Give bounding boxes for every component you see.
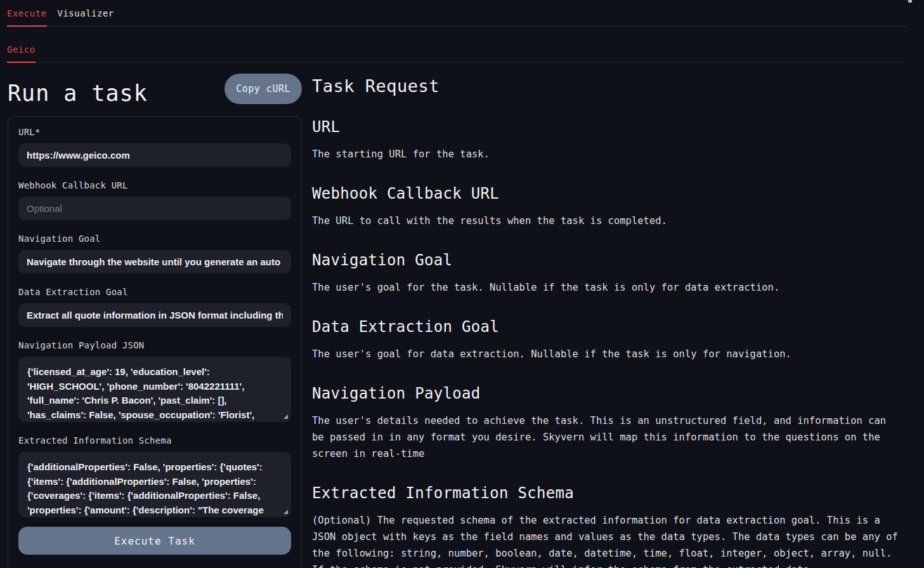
main-content: Run a task Copy cURL URL* Webhook Callba… xyxy=(0,63,924,568)
doc-body: (Optional) The requested schema of the e… xyxy=(312,512,902,568)
doc-body: The user's goal for data extraction. Nul… xyxy=(312,346,902,362)
tab-geico[interactable]: Geico xyxy=(7,45,36,62)
doc-heading: Webhook Callback URL xyxy=(312,185,902,202)
doc-body: The user's details needed to achieve the… xyxy=(312,413,902,462)
navigation-payload-field-group: Navigation Payload JSON {'licensed_at_ag… xyxy=(18,340,291,422)
page-title: Run a task xyxy=(8,74,148,106)
doc-heading: Extracted Information Schema xyxy=(312,484,902,502)
extracted-schema-label: Extracted Information Schema xyxy=(18,435,291,446)
top-tab-bar: Execute Visualizer xyxy=(7,0,907,27)
data-extraction-goal-input[interactable] xyxy=(18,303,291,327)
doc-section-navigation-payload: Navigation Payload The user's details ne… xyxy=(312,385,902,462)
navigation-payload-label: Navigation Payload JSON xyxy=(18,340,291,350)
tab-geico-label: Geico xyxy=(7,44,36,55)
doc-section-data-extraction-goal: Data Extraction Goal The user's goal for… xyxy=(312,318,902,362)
navigation-goal-label: Navigation Goal xyxy=(18,234,291,244)
doc-heading: Data Extraction Goal xyxy=(312,318,902,336)
sub-tab-bar: Geico xyxy=(7,27,907,63)
copy-curl-button[interactable]: Copy cURL xyxy=(224,74,302,104)
doc-heading: Navigation Payload xyxy=(312,385,902,402)
navigation-payload-wrap: {'licensed_at_age': 19, 'education_level… xyxy=(18,357,291,422)
data-extraction-goal-field-group: Data Extraction Goal xyxy=(18,287,291,327)
doc-heading: URL xyxy=(312,118,902,136)
docs-title: Task Request xyxy=(312,76,902,96)
navigation-goal-input[interactable] xyxy=(18,250,291,274)
doc-section-extracted-schema: Extracted Information Schema (Optional) … xyxy=(312,484,902,568)
navigation-payload-textarea[interactable]: {'licensed_at_age': 19, 'education_level… xyxy=(18,357,291,422)
doc-body: The URL to call with the results when th… xyxy=(312,213,902,229)
data-extraction-goal-label: Data Extraction Goal xyxy=(18,287,291,297)
extracted-schema-wrap: {'additionalProperties': False, 'propert… xyxy=(18,452,291,517)
doc-heading: Navigation Goal xyxy=(312,251,902,269)
tab-execute-label: Execute xyxy=(7,8,47,18)
doc-section-navigation-goal: Navigation Goal The user's goal for the … xyxy=(312,251,902,296)
tab-visualizer[interactable]: Visualizer xyxy=(58,9,114,26)
doc-section-url: URL The starting URL for the task. xyxy=(312,118,902,162)
url-field-label: URL* xyxy=(18,127,291,137)
extracted-schema-field-group: Extracted Information Schema {'additiona… xyxy=(18,435,291,517)
navigation-goal-field-group: Navigation Goal xyxy=(18,234,291,274)
resize-grip-icon[interactable] xyxy=(283,414,288,419)
run-task-header: Run a task Copy cURL xyxy=(8,74,302,106)
webhook-field-label: Webhook Callback URL xyxy=(18,180,291,190)
task-form-card: URL* Webhook Callback URL Navigation Goa… xyxy=(8,116,302,568)
url-field-group: URL* xyxy=(18,127,291,167)
scrollbar-thumb[interactable] xyxy=(908,0,912,3)
doc-section-webhook: Webhook Callback URL The URL to call wit… xyxy=(312,185,902,229)
webhook-url-input[interactable] xyxy=(18,197,291,220)
tab-visualizer-label: Visualizer xyxy=(58,8,114,18)
active-tab-underline xyxy=(7,25,47,27)
doc-body: The user's goal for the task. Nullable i… xyxy=(312,279,902,296)
doc-body: The starting URL for the task. xyxy=(312,146,902,162)
tab-execute[interactable]: Execute xyxy=(7,9,47,26)
url-input[interactable] xyxy=(18,143,291,167)
active-tab-underline xyxy=(7,62,36,63)
execute-task-button[interactable]: Execute Task xyxy=(18,527,291,555)
run-task-panel: Run a task Copy cURL URL* Webhook Callba… xyxy=(8,63,302,568)
extracted-schema-textarea[interactable]: {'additionalProperties': False, 'propert… xyxy=(18,452,291,517)
resize-grip-icon[interactable] xyxy=(283,510,288,514)
webhook-field-group: Webhook Callback URL xyxy=(18,180,291,220)
task-request-docs: Task Request URL The starting URL for th… xyxy=(312,63,902,568)
